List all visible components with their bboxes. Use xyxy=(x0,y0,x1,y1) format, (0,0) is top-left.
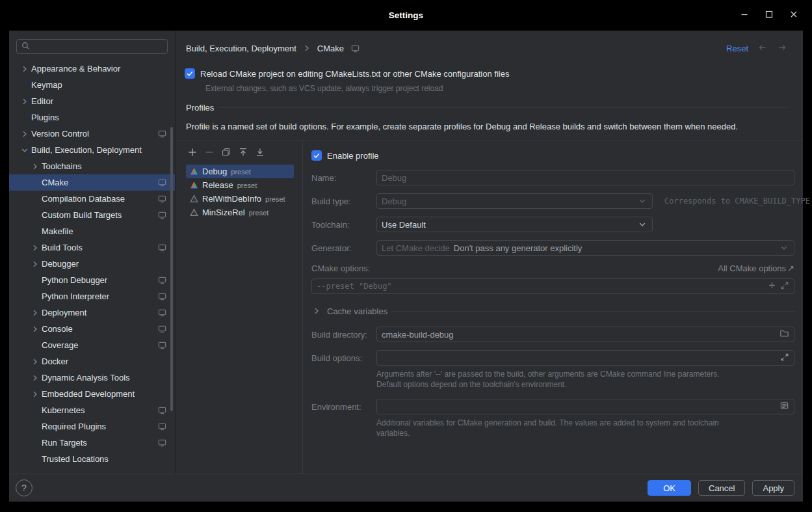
close-button[interactable] xyxy=(786,8,802,23)
chevron-right-icon[interactable] xyxy=(30,243,42,253)
generator-hint: Don't pass any generator explicitly xyxy=(454,243,775,253)
help-button[interactable]: ? xyxy=(16,479,33,496)
ok-button[interactable]: OK xyxy=(648,480,691,496)
cancel-button[interactable]: Cancel xyxy=(698,480,745,496)
project-settings-icon xyxy=(157,291,167,301)
sidebar-item-version-control[interactable]: Version Control xyxy=(9,126,175,142)
copy-profile-button[interactable] xyxy=(220,146,233,159)
enable-profile-row[interactable]: Enable profile xyxy=(311,150,794,161)
build-directory-field[interactable]: cmake-build-debug xyxy=(376,327,794,342)
sidebar-scrollbar[interactable] xyxy=(170,127,173,411)
sidebar-item-label: Kubernetes xyxy=(42,405,85,415)
project-settings-icon xyxy=(157,405,167,415)
sidebar-item-kubernetes[interactable]: Kubernetes xyxy=(9,402,175,418)
chevron-right-icon[interactable] xyxy=(30,308,42,318)
breadcrumb-build-execution-deployment[interactable]: Build, Execution, Deployment xyxy=(186,44,296,53)
sidebar-item-console[interactable]: Console xyxy=(9,321,175,337)
minimize-button[interactable] xyxy=(737,8,752,23)
enable-profile-checkbox[interactable] xyxy=(311,150,322,161)
add-option-button[interactable] xyxy=(768,281,776,291)
add-icon xyxy=(187,147,198,159)
cmake-icon xyxy=(190,167,198,176)
expand-editor-button[interactable] xyxy=(780,353,789,364)
chevron-right-icon[interactable] xyxy=(20,64,31,74)
build-type-combo[interactable]: Debug xyxy=(376,193,653,209)
reload-checkbox[interactable] xyxy=(185,68,195,79)
forward-button[interactable] xyxy=(777,42,787,55)
search-input[interactable] xyxy=(34,42,163,51)
profile-name: RelWithDebInfo xyxy=(202,194,261,204)
chevron-right-icon[interactable] xyxy=(20,96,31,107)
sidebar-item-cmake[interactable]: CMake xyxy=(9,174,175,191)
sidebar-item-deployment[interactable]: Deployment xyxy=(9,304,175,321)
sidebar-item-editor[interactable]: Editor xyxy=(9,93,175,109)
apply-button[interactable]: Apply xyxy=(752,480,794,496)
sidebar-item-required-plugins[interactable]: Required Plugins xyxy=(9,418,175,435)
tree-indent-spacer xyxy=(30,291,42,302)
sidebar-item-compilation-database[interactable]: Compilation Database xyxy=(9,191,175,207)
all-cmake-options-link[interactable]: All CMake options ↗ xyxy=(718,263,794,273)
sidebar-item-build-tools[interactable]: Build Tools xyxy=(9,239,175,256)
generator-combo[interactable]: Let CMake decide Don't pass any generato… xyxy=(376,240,794,256)
back-button[interactable] xyxy=(757,42,768,55)
build-directory-row: Build directory: cmake-build-debug xyxy=(311,327,794,342)
tree-indent-spacer xyxy=(30,226,42,237)
profile-item-minsizerel[interactable]: MinSizeRelpreset xyxy=(186,206,294,219)
sidebar-item-keymap[interactable]: Keymap xyxy=(9,77,175,93)
maximize-button[interactable] xyxy=(761,8,777,23)
sidebar-item-debugger[interactable]: Debugger xyxy=(9,256,175,272)
sidebar-item-coverage[interactable]: Coverage xyxy=(9,337,175,353)
sidebar-item-python-debugger[interactable]: Python Debugger xyxy=(9,272,175,288)
sidebar-item-docker[interactable]: Docker xyxy=(9,353,175,370)
sidebar-item-embedded-development[interactable]: Embedded Development xyxy=(9,386,175,402)
chevron-down-icon[interactable] xyxy=(20,145,31,155)
chevron-right-icon[interactable] xyxy=(30,373,42,383)
toolchain-label: Toolchain: xyxy=(311,220,376,230)
cmake-options-field[interactable]: --preset "Debug" xyxy=(311,278,794,294)
remove-profile-button[interactable] xyxy=(203,146,216,159)
settings-search-box[interactable] xyxy=(16,39,168,54)
window-title: Settings xyxy=(389,10,423,20)
content-header: Build, Execution, Deployment CMake Reset xyxy=(176,31,803,62)
breadcrumb-cmake[interactable]: CMake xyxy=(317,44,344,53)
project-settings-icon xyxy=(157,243,167,252)
name-field[interactable]: Debug xyxy=(376,170,794,185)
expand-editor-button[interactable] xyxy=(780,281,789,292)
move-down-profile-button[interactable] xyxy=(254,146,267,159)
chevron-right-icon[interactable] xyxy=(30,161,42,172)
profile-item-relwithdebinfo[interactable]: RelWithDebInfopreset xyxy=(186,192,294,206)
dialog-footer: ? OK Cancel Apply xyxy=(9,474,803,502)
sidebar-item-run-targets[interactable]: Run Targets xyxy=(9,435,175,451)
profile-item-release[interactable]: Releasepreset xyxy=(186,178,294,192)
cache-variables-toggle[interactable]: Cache variables xyxy=(311,306,794,316)
sidebar-item-custom-build-targets[interactable]: Custom Build Targets xyxy=(9,207,175,223)
sidebar-item-dynamic-analysis-tools[interactable]: Dynamic Analysis Tools xyxy=(9,370,175,386)
move-up-profile-button[interactable] xyxy=(237,146,250,159)
profile-list-pane: DebugpresetReleasepresetRelWithDebInfopr… xyxy=(176,141,302,474)
environment-row: Environment: xyxy=(311,399,794,414)
chevron-right-icon[interactable] xyxy=(30,357,42,367)
build-options-field[interactable] xyxy=(376,350,794,366)
sidebar-item-toolchains[interactable]: Toolchains xyxy=(9,158,175,174)
reset-button[interactable]: Reset xyxy=(726,44,748,53)
sidebar-item-python-interpreter[interactable]: Python Interpreter xyxy=(9,288,175,304)
window-controls xyxy=(737,0,802,31)
sidebar-item-plugins[interactable]: Plugins xyxy=(9,109,175,126)
add-profile-button[interactable] xyxy=(186,146,199,159)
sidebar-item-appearance-behavior[interactable]: Appearance & Behavior xyxy=(9,61,175,77)
profile-item-debug[interactable]: Debugpreset xyxy=(186,165,294,178)
sidebar-item-build-execution-deployment[interactable]: Build, Execution, Deployment xyxy=(9,142,175,158)
chevron-right-icon[interactable] xyxy=(30,324,42,334)
reload-checkbox-row[interactable]: Reload CMake project on editing CMakeLis… xyxy=(185,68,787,79)
sidebar-item-makefile[interactable]: Makefile xyxy=(9,223,175,239)
chevron-right-icon[interactable] xyxy=(30,259,42,269)
settings-window: Settings Appearance & BehaviorKeymapEdit… xyxy=(0,0,812,512)
toolchain-combo[interactable]: Use Default xyxy=(376,217,653,232)
chevron-right-icon[interactable] xyxy=(30,389,42,399)
environment-field[interactable] xyxy=(376,399,794,414)
browse-folder-button[interactable] xyxy=(779,329,789,340)
chevron-right-icon[interactable] xyxy=(20,129,31,139)
environment-variables-button[interactable] xyxy=(779,401,789,412)
question-icon: ? xyxy=(21,483,27,493)
sidebar-item-trusted-locations[interactable]: Trusted Locations xyxy=(9,451,175,467)
